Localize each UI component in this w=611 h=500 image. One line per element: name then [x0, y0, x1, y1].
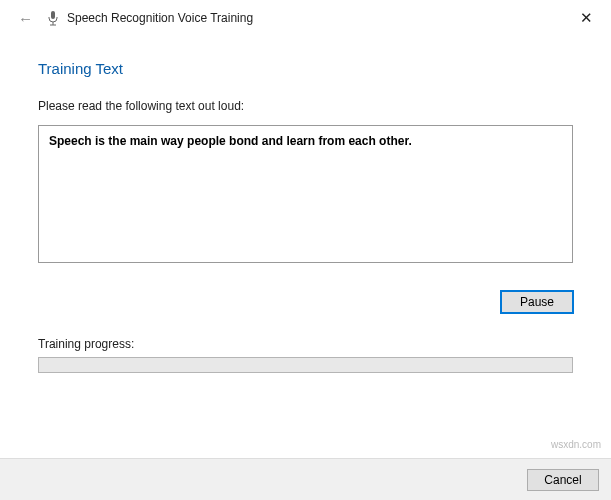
cancel-button[interactable]: Cancel	[527, 469, 599, 491]
pause-button[interactable]: Pause	[501, 291, 573, 313]
microphone-icon	[47, 10, 59, 26]
progress-bar	[38, 357, 573, 373]
progress-label: Training progress:	[38, 337, 573, 351]
content-area: Training Text Please read the following …	[0, 36, 611, 373]
watermark: wsxdn.com	[551, 439, 601, 450]
back-arrow-icon: ←	[18, 11, 33, 26]
instruction-text: Please read the following text out loud:	[38, 99, 573, 113]
svg-rect-0	[51, 11, 55, 19]
training-text-box: Speech is the main way people bond and l…	[38, 125, 573, 263]
titlebar: ← Speech Recognition Voice Training ✕	[0, 0, 611, 36]
close-icon[interactable]: ✕	[576, 8, 597, 27]
training-sentence: Speech is the main way people bond and l…	[49, 134, 412, 148]
window-title: Speech Recognition Voice Training	[67, 11, 253, 25]
footer-bar: Cancel	[0, 458, 611, 500]
page-heading: Training Text	[38, 60, 573, 77]
